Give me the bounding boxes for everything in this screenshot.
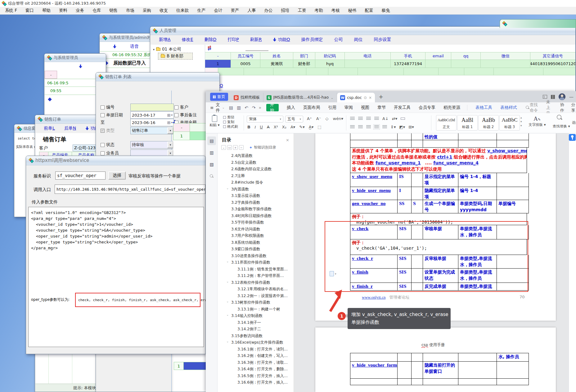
column-header[interactable]: 电话 [345,52,391,60]
catalog-item[interactable]: ⌄3.10进度条操作函数 [218,253,294,260]
catalog-tool-icon[interactable]: − [239,145,244,150]
checkbox[interactable] [101,113,105,117]
file-menu[interactable]: 文件 [216,102,221,113]
menu-item[interactable]: 仓库 [92,8,101,13]
minimize-icon[interactable]: — [569,94,574,99]
personnel-titlebar[interactable]: 人员管理 [150,27,575,35]
catalog-item[interactable]: ⌄3.9窗口操作函数 [218,246,294,253]
document-area[interactable]: 性的值系统提供了 4 个菜单，供脚本扩展功能。默认是不显示的，可以通过 v_sh… [294,133,569,392]
user-avatar[interactable] [559,93,565,100]
search-panel-icon[interactable] [207,172,216,180]
cell[interactable]: 1 [205,60,231,68]
switch-window-icon[interactable] [543,95,547,99]
webservice-titlebar[interactable]: httpxml调用webservice [26,156,205,165]
style-gallery-scroll[interactable]: ▴▾▾ [520,116,522,127]
font-tool[interactable]: U [260,125,263,130]
font-tool[interactable]: ◇ [326,116,329,121]
toolbar-button[interactable]: 同步设置 [374,37,391,42]
number-input[interactable] [130,104,174,111]
background-window-titlebar[interactable] [500,19,576,28]
quick-icon[interactable]: ↷ [252,105,256,110]
catalog-tool-icon[interactable]: ▭ [227,145,232,150]
catalog-item[interactable]: ⌄3.16Excel(wps)文件操作函数 [218,339,294,346]
close-icon[interactable]: × [369,96,372,100]
column-header[interactable]: - [205,52,231,60]
font-tool[interactable]: A̶ [267,125,270,130]
catalog-item[interactable]: ⌄3.11界面控件操作函数 [218,259,294,266]
font-size-select[interactable]: 五号▾ [285,116,303,122]
align-center-icon[interactable] [358,125,363,129]
catalog-item[interactable]: ⌄3.16.6例：打开文件，插入… [218,379,294,386]
ribbon-tab[interactable]: 页面布局 [303,105,320,110]
catalog-item[interactable]: ⌄3.3金额和数字操作函数 [218,206,294,213]
column-header[interactable]: 助记码 [315,52,345,60]
service-id-input[interactable]: sf_voucher_oper [55,172,106,180]
preview-icon[interactable]: ⊙ [364,96,367,100]
menu-item[interactable]: 考核 [331,8,340,13]
toolbar-button[interactable]: 打印P [227,37,239,42]
catalog-item[interactable]: ⌄3.4时间和日期操作函数 [218,213,294,220]
wrap-icon[interactable]: ⇄▾ [392,116,397,121]
workspace-grid-icon[interactable] [551,95,555,99]
params-textarea[interactable]: <?xml version="1.0" encoding="GB2312"?><… [28,207,204,347]
menu-item[interactable]: 销售 [109,8,118,13]
font-tool[interactable]: B [247,125,250,130]
toolbar-button[interactable]: 操作员绑定 [301,37,323,42]
checkbox[interactable] [174,113,178,117]
paste-button[interactable]: 粘贴 ▾ [209,115,219,127]
document-tab[interactable]: D找稻壳模板 [231,93,263,102]
style-preset[interactable]: AaBbC标题 3 [499,115,520,131]
checkbox[interactable] [101,105,105,109]
align-left-icon[interactable] [350,125,355,129]
select-button[interactable]: 选择 [572,120,576,125]
cell[interactable] [481,60,530,68]
grid-row-number[interactable]: 1 [174,362,184,370]
dropdown-select[interactable]: 销售订单▾ [130,127,174,134]
chevron-down-icon[interactable]: ⌄ [331,96,334,100]
font-tool[interactable]: I [254,125,256,130]
catalog-item[interactable]: ⌄3.16.1例：打开文件，读到… [218,346,294,353]
catalog-item[interactable]: ⌄3.12表格控件操作函数 [218,279,294,286]
checkbox[interactable] [101,143,105,147]
menu-item[interactable]: 人事 [248,8,256,13]
font-tool[interactable]: X² [274,125,278,130]
menu-item[interactable]: 资料 [59,8,67,13]
close-icon[interactable]: × [286,138,289,142]
format-painter-button[interactable]: 格式刷 [223,124,238,129]
toolbar-button[interactable]: 新增A [159,37,171,42]
align-right-icon[interactable] [366,125,371,129]
decrease-indent-icon[interactable] [366,117,371,120]
choose-button[interactable]: 选择 [108,172,126,180]
quick-icon[interactable]: ▥ [237,105,241,110]
find-replace-button[interactable]: 查找替换 ▾ [553,115,570,129]
ribbon-tab[interactable]: 稻壳资源 [443,105,460,110]
dropdown-button[interactable]: ▾ [167,127,173,134]
share-button[interactable]: 分享 [571,102,576,113]
menu-item[interactable]: 采购 [143,8,151,13]
toolbar-button[interactable]: 刷新R [250,37,262,42]
menu-item[interactable]: 极兔 [382,8,390,13]
catalog-item[interactable]: ⌄3.2字典操作函数 [218,199,294,206]
font-tool[interactable]: A▾ [290,125,295,130]
cell[interactable]: 0005 [231,60,260,68]
toolbar-button[interactable]: 前单L [44,126,55,131]
command-search[interactable]: 查找命令 [526,102,539,113]
cell[interactable]: 440183199506107120 [530,60,575,68]
catalog-item[interactable]: ⌄3.14.2例子二 [218,326,294,333]
column-header[interactable]: 员工编号 [231,52,260,60]
ribbon-tab[interactable]: 插入 [287,105,295,110]
catalog-item[interactable]: ⌄2.7注释 [218,173,294,180]
entry-url-input[interactable]: http://140.246.193.46:9076/http_xml_call… [55,185,205,194]
context-ribbon-tab[interactable]: 表格工具 [475,105,492,110]
menu-item[interactable]: 办公 [264,8,273,13]
toolbar-button[interactable]: 公司 [334,37,343,42]
font-name-select[interactable]: 宋体▾ [247,116,283,122]
catalog-item[interactable]: ⌄3内置函数 [218,186,294,193]
cell[interactable]: hyq [315,60,345,68]
catalog-item[interactable]: ⌄3.11.2例：客户管理界面… [218,273,294,279]
font-tool[interactable]: A̲▾ [309,125,313,130]
column-header[interactable]: 微信 [481,52,530,60]
menu-item[interactable]: 业务 [76,8,84,13]
font-tool[interactable]: ⬚ [317,125,321,130]
copy-button[interactable]: 复制 [223,120,238,124]
